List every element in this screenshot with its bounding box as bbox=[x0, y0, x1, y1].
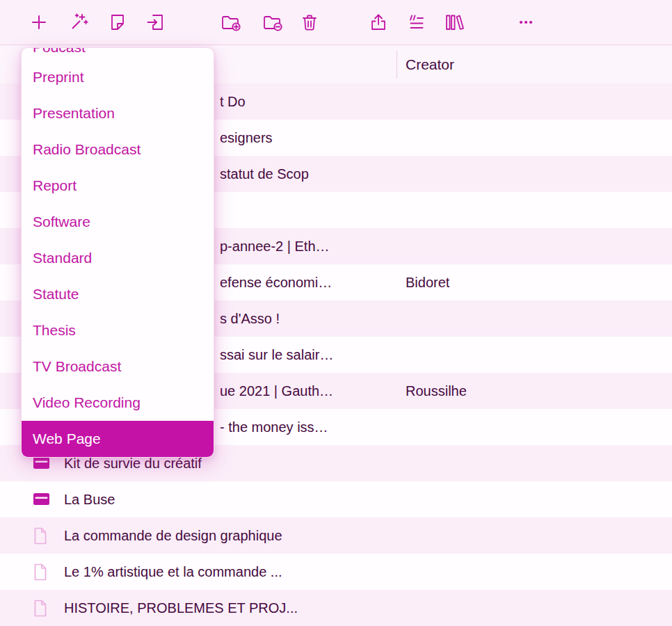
item-type-menu: Podcast Preprint Presentation Radio Broa… bbox=[21, 47, 214, 458]
item-title: La Buse bbox=[64, 481, 115, 517]
menu-item-standard[interactable]: Standard bbox=[22, 240, 214, 276]
add-collection-icon[interactable] bbox=[220, 11, 242, 33]
item-title: Le 1% artistique et la commande ... bbox=[64, 554, 282, 590]
item-creator: Bidoret bbox=[406, 264, 449, 300]
trash-icon[interactable] bbox=[298, 11, 321, 33]
menu-item-podcast-clipped[interactable]: Podcast bbox=[22, 48, 214, 59]
item-title: efense économi… bbox=[220, 264, 332, 300]
item-title: - the money iss… bbox=[220, 409, 328, 445]
item-title: esigners bbox=[220, 120, 273, 156]
item-title: t Do bbox=[220, 83, 246, 120]
new-item-plus-icon[interactable] bbox=[28, 11, 50, 33]
menu-item-tv-broadcast[interactable]: TV Broadcast bbox=[22, 348, 214, 385]
web-page-icon bbox=[32, 490, 51, 508]
creator-column-header[interactable]: Creator bbox=[406, 45, 454, 83]
item-title: ue 2021 | Gauth… bbox=[220, 373, 333, 409]
item-title: s d'Asso ! bbox=[220, 300, 280, 337]
document-icon bbox=[32, 563, 51, 581]
import-document-icon[interactable] bbox=[145, 11, 167, 33]
zotero-items-pane: Creator t Do esigners statut de Scop p-a… bbox=[0, 0, 672, 626]
menu-item-statute[interactable]: Statute bbox=[22, 276, 214, 312]
item-creator: Roussilhe bbox=[406, 373, 467, 409]
menu-item-preprint[interactable]: Preprint bbox=[22, 59, 214, 95]
list-item[interactable]: La Buse bbox=[0, 481, 672, 517]
items-toolbar bbox=[0, 0, 672, 45]
library-icon[interactable] bbox=[443, 11, 465, 33]
menu-item-report[interactable]: Report bbox=[22, 168, 214, 204]
more-options-icon[interactable] bbox=[515, 11, 537, 33]
item-title: ssai sur le salair… bbox=[220, 337, 333, 373]
menu-item-radio-broadcast[interactable]: Radio Broadcast bbox=[22, 131, 214, 168]
document-icon bbox=[32, 599, 51, 617]
item-title: statut de Scop bbox=[220, 156, 309, 192]
list-item[interactable]: Le 1% artistique et la commande ... bbox=[0, 554, 672, 590]
list-item[interactable]: HISTOIRE, PROBLEMES ET PROJ... bbox=[0, 590, 672, 626]
item-title: La commande de design graphique bbox=[64, 517, 282, 554]
menu-item-presentation[interactable]: Presentation bbox=[22, 95, 214, 131]
column-divider bbox=[397, 51, 397, 79]
new-note-icon[interactable] bbox=[106, 11, 129, 33]
magic-wand-icon[interactable] bbox=[67, 11, 90, 33]
remove-collection-icon[interactable] bbox=[262, 11, 284, 33]
item-title: HISTOIRE, PROBLEMES ET PROJ... bbox=[64, 590, 298, 626]
citation-icon[interactable] bbox=[406, 11, 428, 33]
menu-item-software[interactable]: Software bbox=[22, 204, 214, 240]
menu-item-video-recording[interactable]: Video Recording bbox=[22, 385, 214, 421]
list-item[interactable]: La commande de design graphique bbox=[0, 517, 672, 554]
document-icon bbox=[32, 527, 51, 545]
menu-item-thesis[interactable]: Thesis bbox=[22, 312, 214, 348]
item-title: p-annee-2 | Eth… bbox=[220, 228, 330, 264]
menu-item-web-page[interactable]: Web Page bbox=[22, 421, 214, 457]
export-icon[interactable] bbox=[367, 11, 390, 33]
